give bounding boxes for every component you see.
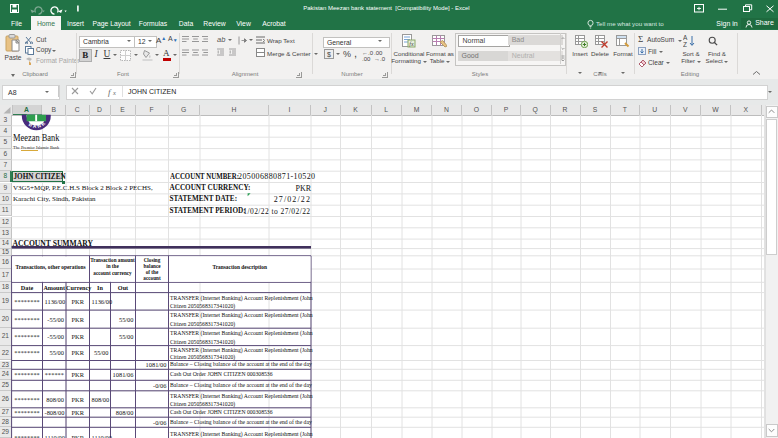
svg-text:x: x (112, 89, 116, 96)
svg-text:A: A (683, 34, 688, 41)
svg-text:$: $ (327, 51, 331, 58)
svg-text:Z: Z (683, 41, 687, 48)
svg-text:f: f (108, 87, 112, 97)
svg-text:fx: fx (409, 41, 414, 47)
